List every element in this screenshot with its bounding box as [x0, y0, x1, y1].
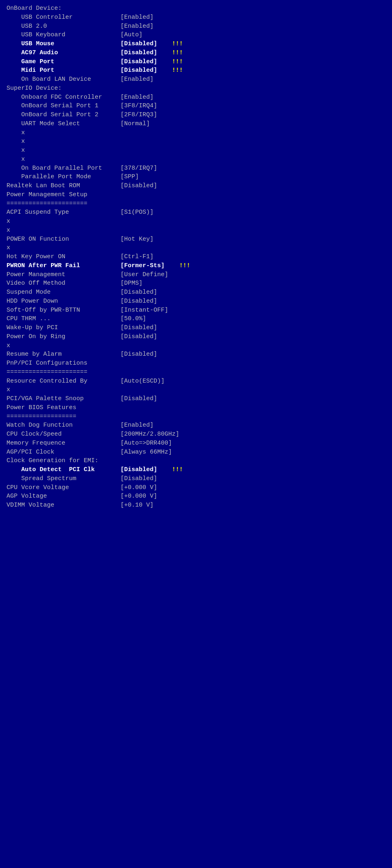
bios-line: USB 2.0 [Enabled]: [7, 22, 385, 31]
bios-line: Resource Controlled By [Auto(ESCD)]: [7, 377, 385, 386]
bios-line: Parallele Port Mode [SPP]: [7, 173, 385, 182]
bios-line: x: [7, 226, 385, 235]
bios-line: Hot Key Power ON [Ctrl-F1]: [7, 252, 385, 261]
bios-line: POWER ON Function [Hot Key]: [7, 235, 385, 244]
bios-line: PWRON After PWR Fail [Former-Sts] !!!: [7, 261, 385, 270]
bios-line: Power On by Ring [Disabled]: [7, 332, 385, 341]
bios-line: Game Port [Disabled] !!!: [7, 58, 385, 66]
bios-line: OnBoard Serial Port 1 [3F8/IRQ4]: [7, 102, 385, 111]
bios-line: Power BIOS Features: [7, 403, 385, 412]
bios-line: CPU THRM ... [50.0%]: [7, 314, 385, 323]
bios-line: x: [7, 217, 385, 226]
bios-line: x: [7, 155, 385, 164]
bios-line: ACPI Suspend Type [S1(POS)]: [7, 208, 385, 217]
bios-line: Power Management [User Define]: [7, 270, 385, 279]
bios-line: UART Mode Select [Normal]: [7, 120, 385, 128]
bios-line: On Board Parallel Port [378/IRQ7]: [7, 164, 385, 173]
bios-line: Video Off Method [DPMS]: [7, 279, 385, 288]
bios-line: On Board LAN Device [Enabled]: [7, 75, 385, 84]
bios-line: Realtek Lan Boot ROM [Disabled]: [7, 182, 385, 190]
bios-line: AGP Voltage [+0.000 V]: [7, 492, 385, 501]
bios-line: x: [7, 341, 385, 350]
bios-line: Midi Port [Disabled] !!!: [7, 66, 385, 75]
bios-line: OnBoard Serial Port 2 [2F8/IRQ3]: [7, 111, 385, 120]
bios-line: PCI/VGA Palette Snoop [Disabled]: [7, 394, 385, 403]
bios-line: x: [7, 137, 385, 146]
bios-line: x: [7, 146, 385, 155]
bios-line: CPU Vcore Voltage [+0.000 V]: [7, 483, 385, 492]
bios-line: USB Mouse [Disabled] !!!: [7, 40, 385, 49]
bios-line: Resume by Alarm [Disabled]: [7, 350, 385, 359]
bios-line: USB Keyboard [Auto]: [7, 31, 385, 40]
bios-line: x: [7, 128, 385, 137]
bios-line: Clock Generation for EMI:: [7, 456, 385, 465]
bios-line: Watch Dog Function [Enabled]: [7, 421, 385, 430]
bios-line: HDD Power Down [Disabled]: [7, 297, 385, 306]
bios-line: USB Controller [Enabled]: [7, 13, 385, 22]
bios-line: Memory Frequence [Auto=>DRR400]: [7, 439, 385, 448]
bios-line: Suspend Mode [Disabled]: [7, 288, 385, 297]
bios-line: ===================: [7, 412, 385, 421]
bios-line: ======================: [7, 368, 385, 377]
bios-line: x: [7, 244, 385, 252]
bios-line: Soft-Off by PWR-BTTN [Instant-OFF]: [7, 306, 385, 315]
bios-line: Wake-Up by PCI [Disabled]: [7, 323, 385, 332]
bios-line: VDIMM Voltage [+0.10 V]: [7, 501, 385, 510]
bios-line: OnBoard Device:: [7, 4, 385, 13]
bios-line: AC97 Audio [Disabled] !!!: [7, 49, 385, 58]
bios-line: PnP/PCI Configurations: [7, 359, 385, 368]
bios-line: CPU Clock/Speed [200MHz/2.80GHz]: [7, 430, 385, 439]
bios-line: Auto Detect PCI Clk [Disabled] !!!: [7, 465, 385, 474]
bios-line: AGP/PCI Clock [Always 66MHz]: [7, 448, 385, 457]
bios-line: Spread Spectrum [Disabled]: [7, 474, 385, 483]
bios-line: ======================: [7, 199, 385, 208]
bios-content: OnBoard Device: USB Controller [Enabled]…: [7, 4, 385, 510]
bios-line: Onboard FDC Controller [Enabled]: [7, 93, 385, 102]
bios-line: Power Management Setup: [7, 190, 385, 199]
bios-line: SuperIO Device:: [7, 84, 385, 93]
bios-line: x: [7, 385, 385, 394]
